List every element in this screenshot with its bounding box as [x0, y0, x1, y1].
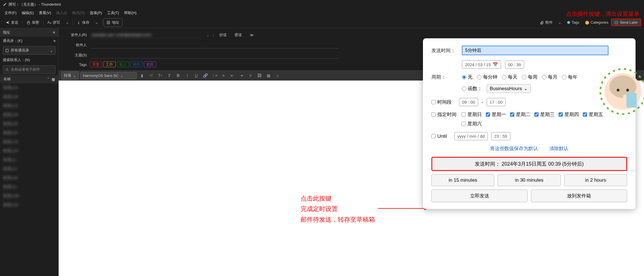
contact-item[interactable]: 联系人G [0, 137, 58, 146]
cc-button[interactable]: 抄送 [217, 32, 229, 37]
from-field[interactable] [90, 32, 203, 38]
clear-format-icon[interactable]: T̷ [166, 72, 173, 79]
day-checkbox-4[interactable]: 星期四 [559, 111, 579, 118]
range-from-input[interactable]: 09 : 00 [459, 98, 478, 106]
timerange-checkbox[interactable]: 时间段 [431, 99, 452, 105]
contact-item[interactable]: 联系人C [0, 101, 58, 110]
save-button[interactable]: ⭳ 保存 [74, 19, 92, 26]
underline-icon[interactable]: U [193, 72, 200, 79]
dropdown-icon[interactable]: ⌄ [63, 19, 72, 26]
close-icon[interactable]: ✕ [52, 30, 56, 35]
until-date-input[interactable]: yyyy / mm / dd [454, 132, 488, 140]
align-icon[interactable]: ≡ [247, 72, 254, 79]
indent-icon[interactable]: ⇥ [238, 72, 245, 79]
sort-icon[interactable]: ˄ [47, 77, 49, 81]
until-checkbox[interactable]: Until [431, 133, 447, 139]
bold-icon[interactable]: B [175, 72, 182, 79]
cycle-radio-1[interactable]: 每分钟 [477, 74, 497, 80]
cycle-radio-function[interactable]: 函数： [462, 85, 482, 92]
cycle-radio-2[interactable]: 每天 [502, 74, 517, 80]
cycle-radio-3[interactable]: 每周 [522, 74, 537, 80]
until-time-input[interactable]: 23 : 59 [491, 132, 510, 140]
tag-待办[interactable]: 待办 [130, 61, 143, 67]
image-icon[interactable]: 🖼 [256, 72, 263, 79]
contact-item[interactable]: 联系人N [0, 201, 58, 210]
menu-tools[interactable]: 工具(T) [105, 9, 122, 17]
addressbook-select[interactable]: 所有通讯录 ⌄ [3, 46, 56, 55]
day-checkbox-0[interactable]: 星期日 [462, 111, 482, 118]
send-button[interactable]: 发送 [3, 19, 21, 26]
quick-15min-button[interactable]: in 15 minutes [431, 174, 494, 186]
tag-工作[interactable]: 工作 [103, 61, 116, 67]
number-list-icon[interactable]: ≡ [220, 72, 227, 79]
name-column-header[interactable]: 名称 ˄ ▦ [0, 75, 58, 83]
send-later-button[interactable]: Send Later [611, 19, 641, 26]
outdent-icon[interactable]: ⇤ [229, 72, 236, 79]
menu-edit[interactable]: 编辑(E) [19, 9, 36, 17]
table-icon[interactable]: ▦ [265, 72, 272, 79]
address-button[interactable]: 地址 [103, 18, 122, 27]
menu-file[interactable]: 文件(F) [2, 9, 19, 17]
menu-format[interactable]: 格式(O) [70, 9, 87, 17]
italic-icon[interactable]: I [184, 72, 191, 79]
contact-item[interactable]: 联系人D [0, 110, 58, 119]
link-icon[interactable]: 🔗 [202, 72, 209, 79]
contact-item[interactable]: 联系人J [0, 164, 58, 173]
emoji-icon[interactable]: ☺ [274, 72, 281, 79]
columns-icon[interactable]: ▦ [52, 77, 55, 81]
tag-重要[interactable]: 重要 [90, 61, 102, 67]
day-checkbox-6[interactable]: 星期六 [462, 121, 482, 127]
contact-item[interactable]: 联系人L [0, 182, 58, 192]
bcc-button[interactable]: 密送 [232, 32, 244, 37]
date-input[interactable]: 2024 / 03 / 15📅 [462, 60, 501, 69]
tag-私人[interactable]: 私人 [117, 61, 129, 67]
day-checkbox-1[interactable]: 星期一 [486, 111, 506, 118]
font-size-down-icon[interactable]: ᴛT [147, 72, 155, 79]
menu-insert[interactable]: 插入(I) [54, 9, 69, 17]
tags-button[interactable]: ⬢ Tags [564, 19, 582, 26]
contact-search-input[interactable]: 名称或者电子邮件 [3, 65, 56, 74]
cycle-radio-5[interactable]: 每年 [562, 74, 577, 80]
menu-options[interactable]: 选项(P) [87, 9, 104, 17]
cycle-radio-4[interactable]: 每月 [542, 74, 557, 80]
clear-defaults-link[interactable]: 清除默认 [549, 146, 568, 151]
save-defaults-link[interactable]: 将这些数值保存为默认 [490, 146, 538, 151]
menu-help[interactable]: 帮助(H) [122, 9, 139, 17]
day-checkbox-3[interactable]: 星期三 [534, 111, 555, 118]
days-checkbox[interactable]: 指定时间 [431, 111, 456, 118]
send-now-button[interactable]: 立即发送 [431, 190, 528, 202]
paragraph-select[interactable]: 段落⌄ [61, 72, 79, 79]
contact-item[interactable]: 联系人B [0, 92, 58, 101]
attach-button[interactable]: 附件 [537, 19, 555, 26]
day-checkbox-5[interactable]: 星期五 [583, 111, 603, 118]
quick-2hours-button[interactable]: in 2 hours [564, 174, 627, 186]
contact-item[interactable]: 联系人M [0, 192, 58, 201]
font-size-up-icon[interactable]: Tᴛ [156, 72, 164, 79]
contact-item[interactable]: 联系人E [0, 119, 58, 128]
bullet-list-icon[interactable]: ⋮≡ [211, 72, 218, 79]
spell-button[interactable]: Aₒ 拼写 [45, 19, 63, 26]
range-to-input[interactable]: 17 : 00 [487, 98, 506, 106]
put-in-outbox-button[interactable]: 放到发件箱 [531, 190, 627, 202]
quick-30min-button[interactable]: in 30 minutes [498, 174, 561, 186]
categories-button[interactable]: ⬤ Categories [582, 19, 611, 26]
chevron-down-icon[interactable]: ⌄ [206, 33, 209, 37]
contact-item[interactable]: 联系人A [0, 83, 58, 92]
contact-item[interactable]: 联系人I [0, 155, 58, 164]
contact-item[interactable]: 联系人F [0, 128, 58, 137]
to-field[interactable] [90, 42, 338, 48]
send-at-input[interactable] [462, 46, 608, 55]
subject-field[interactable] [90, 52, 338, 59]
color-icon[interactable]: ▮ [138, 72, 146, 79]
more-recipients-icon[interactable]: ≫ [248, 33, 256, 37]
contact-item[interactable]: 联系人H [0, 146, 58, 155]
cycle-radio-0[interactable]: 无 [462, 74, 473, 80]
font-select[interactable]: HarmonyOS Sans SC⌄ [80, 72, 137, 79]
day-checkbox-2[interactable]: 星期二 [510, 111, 530, 118]
hamburger-icon[interactable]: ≡ [53, 39, 56, 43]
menu-view[interactable]: 查看(V) [37, 9, 53, 17]
time-input[interactable]: 00 : 39 [505, 61, 524, 69]
tag-稍后[interactable]: 稍后 [144, 61, 156, 67]
dropdown-icon[interactable]: ⌄ [555, 19, 564, 26]
dropdown-icon[interactable]: ⌄ [92, 19, 101, 26]
